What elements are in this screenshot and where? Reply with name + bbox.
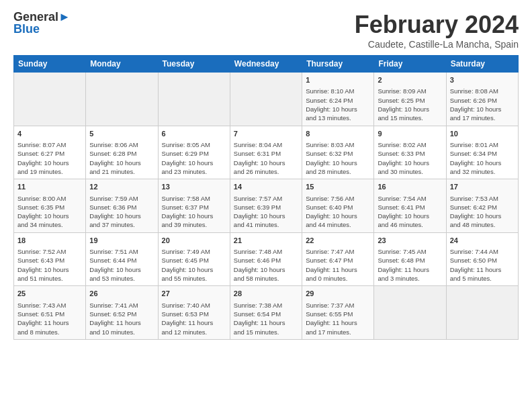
calendar-cell: 18Sunrise: 7:52 AMSunset: 6:43 PMDayligh…: [14, 232, 86, 286]
day-info: Sunrise: 7:51 AMSunset: 6:44 PMDaylight:…: [89, 247, 154, 283]
calendar-cell: [14, 73, 86, 126]
calendar-header: SundayMondayTuesdayWednesdayThursdayFrid…: [14, 56, 519, 73]
calendar-cell: 8Sunrise: 8:03 AMSunset: 6:32 PMDaylight…: [302, 126, 374, 179]
day-number: 17: [450, 182, 515, 192]
day-info: Sunrise: 8:07 AMSunset: 6:27 PMDaylight:…: [17, 140, 82, 176]
day-info: Sunrise: 7:49 AMSunset: 6:45 PMDaylight:…: [162, 247, 226, 283]
calendar-cell: [374, 286, 446, 340]
day-info: Sunrise: 8:08 AMSunset: 6:26 PMDaylight:…: [450, 87, 515, 122]
calendar-cell: [230, 73, 302, 126]
day-number: 1: [306, 75, 370, 85]
day-info: Sunrise: 8:04 AMSunset: 6:31 PMDaylight:…: [234, 140, 298, 176]
calendar-cell: 10Sunrise: 8:01 AMSunset: 6:34 PMDayligh…: [446, 126, 518, 179]
calendar-cell: 15Sunrise: 7:56 AMSunset: 6:40 PMDayligh…: [302, 179, 374, 233]
page-header: General► Blue February 2024 Caudete, Cas…: [13, 11, 519, 50]
calendar-week-4: 18Sunrise: 7:52 AMSunset: 6:43 PMDayligh…: [14, 232, 519, 286]
calendar-cell: 12Sunrise: 7:59 AMSunset: 6:36 PMDayligh…: [86, 179, 158, 233]
calendar-cell: 23Sunrise: 7:45 AMSunset: 6:48 PMDayligh…: [374, 232, 446, 286]
calendar-body: 1Sunrise: 8:10 AMSunset: 6:24 PMDaylight…: [14, 73, 519, 340]
logo-text-blue: Blue: [13, 23, 71, 36]
day-number: 13: [162, 182, 226, 192]
day-info: Sunrise: 8:02 AMSunset: 6:33 PMDaylight:…: [378, 140, 442, 176]
day-info: Sunrise: 8:10 AMSunset: 6:24 PMDaylight:…: [306, 87, 370, 122]
day-number: 24: [450, 236, 515, 246]
day-number: 27: [162, 289, 226, 299]
day-number: 16: [378, 182, 442, 192]
day-number: 28: [234, 289, 298, 299]
day-number: 12: [89, 182, 154, 192]
day-info: Sunrise: 7:47 AMSunset: 6:47 PMDaylight:…: [306, 247, 370, 283]
calendar-cell: 17Sunrise: 7:53 AMSunset: 6:42 PMDayligh…: [446, 179, 518, 233]
day-header-wednesday: Wednesday: [230, 56, 302, 73]
day-header-friday: Friday: [374, 56, 446, 73]
day-info: Sunrise: 8:09 AMSunset: 6:25 PMDaylight:…: [378, 87, 442, 122]
calendar-cell: 5Sunrise: 8:06 AMSunset: 6:28 PMDaylight…: [86, 126, 158, 179]
day-number: 7: [234, 129, 298, 139]
day-info: Sunrise: 7:53 AMSunset: 6:42 PMDaylight:…: [450, 194, 515, 230]
day-header-sunday: Sunday: [14, 56, 86, 73]
calendar-cell: 19Sunrise: 7:51 AMSunset: 6:44 PMDayligh…: [86, 232, 158, 286]
calendar-cell: 2Sunrise: 8:09 AMSunset: 6:25 PMDaylight…: [374, 73, 446, 126]
calendar-week-2: 4Sunrise: 8:07 AMSunset: 6:27 PMDaylight…: [14, 126, 519, 179]
day-info: Sunrise: 7:59 AMSunset: 6:36 PMDaylight:…: [89, 194, 154, 230]
calendar-cell: 24Sunrise: 7:44 AMSunset: 6:50 PMDayligh…: [446, 232, 518, 286]
calendar-subtitle: Caudete, Castille-La Mancha, Spain: [355, 39, 519, 50]
day-header-tuesday: Tuesday: [158, 56, 230, 73]
day-info: Sunrise: 8:05 AMSunset: 6:29 PMDaylight:…: [162, 140, 226, 176]
calendar-cell: 20Sunrise: 7:49 AMSunset: 6:45 PMDayligh…: [158, 232, 230, 286]
calendar-cell: [446, 286, 518, 340]
day-info: Sunrise: 7:44 AMSunset: 6:50 PMDaylight:…: [450, 247, 515, 283]
logo: General► Blue: [13, 11, 71, 36]
day-number: 29: [306, 289, 370, 299]
day-number: 4: [17, 129, 82, 139]
calendar-cell: 25Sunrise: 7:43 AMSunset: 6:51 PMDayligh…: [14, 286, 86, 340]
calendar-cell: 28Sunrise: 7:38 AMSunset: 6:54 PMDayligh…: [230, 286, 302, 340]
day-info: Sunrise: 7:58 AMSunset: 6:37 PMDaylight:…: [162, 194, 226, 230]
calendar-cell: 4Sunrise: 8:07 AMSunset: 6:27 PMDaylight…: [14, 126, 86, 179]
day-number: 2: [378, 75, 442, 85]
day-info: Sunrise: 8:01 AMSunset: 6:34 PMDaylight:…: [450, 140, 515, 176]
calendar-table: SundayMondayTuesdayWednesdayThursdayFrid…: [13, 55, 519, 340]
day-number: 19: [89, 236, 154, 246]
calendar-cell: 13Sunrise: 7:58 AMSunset: 6:37 PMDayligh…: [158, 179, 230, 233]
day-number: 11: [17, 182, 82, 192]
calendar-cell: 21Sunrise: 7:48 AMSunset: 6:46 PMDayligh…: [230, 232, 302, 286]
day-number: 22: [306, 236, 370, 246]
day-info: Sunrise: 7:48 AMSunset: 6:46 PMDaylight:…: [234, 247, 298, 283]
day-number: 23: [378, 236, 442, 246]
day-info: Sunrise: 7:52 AMSunset: 6:43 PMDaylight:…: [17, 247, 82, 283]
calendar-cell: 9Sunrise: 8:02 AMSunset: 6:33 PMDaylight…: [374, 126, 446, 179]
days-row: SundayMondayTuesdayWednesdayThursdayFrid…: [14, 56, 519, 73]
calendar-cell: 22Sunrise: 7:47 AMSunset: 6:47 PMDayligh…: [302, 232, 374, 286]
day-number: 18: [17, 236, 82, 246]
day-number: 21: [234, 236, 298, 246]
day-info: Sunrise: 8:06 AMSunset: 6:28 PMDaylight:…: [89, 140, 154, 176]
calendar-cell: 11Sunrise: 8:00 AMSunset: 6:35 PMDayligh…: [14, 179, 86, 233]
calendar-cell: [86, 73, 158, 126]
day-number: 20: [162, 236, 226, 246]
day-header-saturday: Saturday: [446, 56, 518, 73]
calendar-cell: 27Sunrise: 7:40 AMSunset: 6:53 PMDayligh…: [158, 286, 230, 340]
day-number: 14: [234, 182, 298, 192]
day-info: Sunrise: 8:03 AMSunset: 6:32 PMDaylight:…: [306, 140, 370, 176]
calendar-cell: 1Sunrise: 8:10 AMSunset: 6:24 PMDaylight…: [302, 73, 374, 126]
day-number: 10: [450, 129, 515, 139]
calendar-title: February 2024: [355, 11, 519, 39]
day-number: 3: [450, 75, 515, 85]
day-info: Sunrise: 7:37 AMSunset: 6:55 PMDaylight:…: [306, 301, 370, 336]
day-info: Sunrise: 7:57 AMSunset: 6:39 PMDaylight:…: [234, 194, 298, 230]
day-number: 25: [17, 289, 82, 299]
day-number: 5: [89, 129, 154, 139]
calendar-cell: 6Sunrise: 8:05 AMSunset: 6:29 PMDaylight…: [158, 126, 230, 179]
calendar-cell: 7Sunrise: 8:04 AMSunset: 6:31 PMDaylight…: [230, 126, 302, 179]
day-number: 9: [378, 129, 442, 139]
calendar-cell: 16Sunrise: 7:54 AMSunset: 6:41 PMDayligh…: [374, 179, 446, 233]
calendar-cell: 3Sunrise: 8:08 AMSunset: 6:26 PMDaylight…: [446, 73, 518, 126]
day-header-thursday: Thursday: [302, 56, 374, 73]
day-number: 8: [306, 129, 370, 139]
day-info: Sunrise: 7:40 AMSunset: 6:53 PMDaylight:…: [162, 301, 226, 336]
calendar-cell: 29Sunrise: 7:37 AMSunset: 6:55 PMDayligh…: [302, 286, 374, 340]
day-info: Sunrise: 7:38 AMSunset: 6:54 PMDaylight:…: [234, 301, 298, 336]
calendar-cell: [158, 73, 230, 126]
day-info: Sunrise: 7:56 AMSunset: 6:40 PMDaylight:…: [306, 194, 370, 230]
